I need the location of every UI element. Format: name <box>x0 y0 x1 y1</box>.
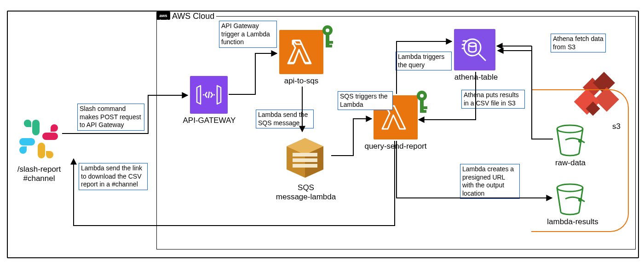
svg-rect-0 <box>32 120 40 135</box>
svg-rect-13 <box>326 45 332 47</box>
sqs-label-line1: SQS <box>298 183 314 192</box>
svg-rect-23 <box>420 106 427 109</box>
aws-logo-icon: aws <box>156 12 170 20</box>
slack-command-label: /slash-report #channel <box>14 165 64 183</box>
svg-point-10 <box>326 29 329 32</box>
sqs-icon <box>280 133 330 183</box>
aws-cloud-label: AWS Cloud <box>170 12 216 21</box>
lambda-api-to-sqs-icon <box>279 30 323 74</box>
svg-rect-19 <box>293 164 317 168</box>
callout-athena-fetch: Athena fetch data from S3 <box>551 34 606 52</box>
api-gateway-label: API-GATEWAY <box>182 116 237 125</box>
callout-gw-trigger: API Gateway trigger a Lambda function <box>219 21 277 48</box>
callout-presigned: Lambda creates a presigned URL with the … <box>460 164 520 199</box>
svg-line-8 <box>208 92 209 98</box>
callout-slash-post: Slash command makes POST request to API … <box>77 104 144 131</box>
slack-channel-text: #channel <box>23 174 55 183</box>
sqs-label-line2: message-lambda <box>276 192 336 201</box>
key-icon <box>320 24 335 52</box>
api-gateway-icon <box>190 76 228 114</box>
callout-sqs-trigger: SQS triggers the Lambda <box>338 91 393 110</box>
svg-rect-24 <box>420 110 426 113</box>
lambda1-label: api-to-sqs <box>276 76 327 86</box>
svg-rect-4 <box>38 143 45 158</box>
slack-command-text: /slash-report <box>17 165 61 174</box>
s3-group-border <box>531 89 629 232</box>
svg-rect-5 <box>19 138 35 145</box>
diagram-stage: aws AWS Cloud /slash-report #channel <box>0 0 644 267</box>
athena-label: athena-table <box>448 73 504 82</box>
slack-icon <box>16 116 62 162</box>
sqs-label: SQS message-lambda <box>269 183 343 202</box>
svg-line-26 <box>478 53 485 60</box>
svg-rect-3 <box>42 133 58 140</box>
callout-lambda-sqs: Lambda send the SQS message <box>256 110 314 128</box>
callout-link-back: Lambda send the link to download the CSV… <box>79 163 148 190</box>
lambda2-label: query-send-report <box>359 142 432 151</box>
svg-point-21 <box>420 94 424 98</box>
key-icon <box>414 90 430 117</box>
callout-lambda-query: Lambda triggers the query <box>396 52 452 70</box>
svg-rect-17 <box>293 153 317 157</box>
athena-icon <box>454 29 495 70</box>
svg-rect-12 <box>326 41 333 44</box>
callout-athena-csv: Athena puts results in a CSV file in S3 <box>461 90 525 109</box>
svg-rect-18 <box>293 158 317 162</box>
